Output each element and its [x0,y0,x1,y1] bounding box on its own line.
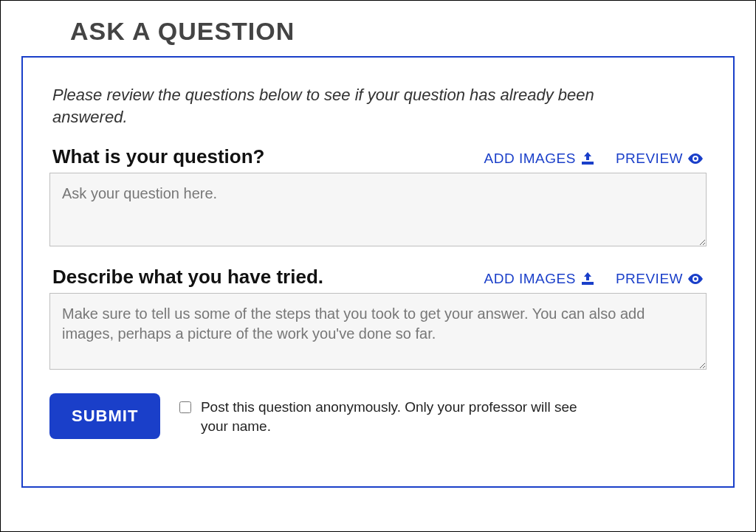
question-textarea[interactable] [49,173,707,246]
question-header: What is your question? ADD IMAGES PREVIE… [49,145,707,173]
question-header-actions: ADD IMAGES PREVIEW [484,151,704,167]
app-frame: ASK A QUESTION Please review the questio… [0,0,756,532]
add-images-button[interactable]: ADD IMAGES [484,151,595,167]
upload-icon [580,152,595,165]
tried-header: Describe what you have tried. ADD IMAGES… [49,266,707,293]
preview-button[interactable]: PREVIEW [616,151,704,167]
preview-label: PREVIEW [616,271,683,287]
add-images-label: ADD IMAGES [484,151,576,167]
question-label: What is your question? [52,145,264,168]
tried-section: Describe what you have tried. ADD IMAGES… [49,266,707,373]
eye-icon [687,153,704,164]
upload-icon [580,272,595,286]
anonymous-label: Post this question anonymously. Only you… [201,398,590,435]
anonymous-option[interactable]: Post this question anonymously. Only you… [176,393,590,435]
intro-text: Please review the questions below to see… [52,84,614,128]
ask-question-panel: Please review the questions below to see… [21,56,735,488]
svg-rect-1 [582,282,594,285]
eye-icon [687,274,704,284]
tried-header-actions: ADD IMAGES PREVIEW [484,271,704,287]
add-images-label: ADD IMAGES [484,271,576,287]
svg-rect-0 [582,162,594,165]
add-images-button[interactable]: ADD IMAGES [484,271,595,287]
anonymous-checkbox[interactable] [179,401,191,414]
tried-label: Describe what you have tried. [52,266,323,289]
tried-textarea[interactable] [49,293,707,370]
preview-label: PREVIEW [616,151,683,167]
question-section: What is your question? ADD IMAGES PREVIE… [49,145,707,249]
preview-button[interactable]: PREVIEW [616,271,704,287]
submit-button[interactable]: SUBMIT [49,393,160,439]
page-title: ASK A QUESTION [70,17,735,46]
form-footer: SUBMIT Post this question anonymously. O… [49,393,707,439]
